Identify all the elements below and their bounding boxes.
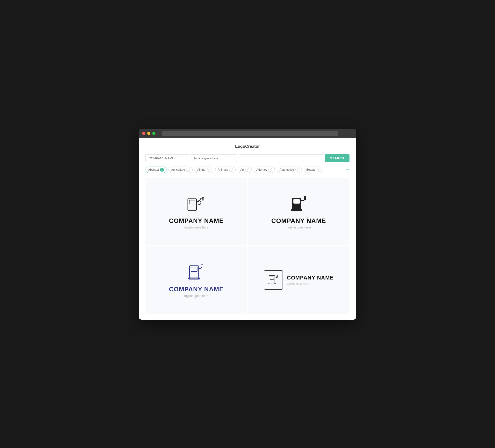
close-button[interactable] [142,132,145,135]
filter-chip-animals[interactable]: Animals [215,167,236,173]
check-icon-abstract: ✓ [160,168,164,172]
svg-rect-7 [191,267,197,271]
filter-chip-airline[interactable]: Airline [194,167,213,173]
logo1-tagline: tagline goes here [184,225,208,229]
filter-label-attorney: Attorney [256,168,267,171]
svg-rect-3 [293,199,300,204]
tagline-input[interactable] [191,154,237,162]
filter-label-agriculture: Agriculture [171,168,185,171]
logo3-company-name: COMPANY NAME [169,286,224,293]
filter-label-airline: Airline [197,168,205,171]
app-content: LogoCreator SEARCH Abstract✓AgricultureA… [139,138,356,320]
svg-rect-1 [189,200,195,204]
svg-rect-11 [270,277,274,280]
logo1-company-name: COMPANY NAME [169,217,224,224]
search-button[interactable]: SEARCH [325,154,349,162]
extra-search-input[interactable] [239,154,323,162]
logo4-boxed-icon [264,270,283,290]
url-bar[interactable] [162,131,338,136]
filter-chip-agriculture[interactable]: Agriculture [168,167,193,173]
filter-label-art: Art [240,168,244,171]
filter-next-arrow[interactable]: → [345,167,349,172]
check-icon-attorney [268,168,272,172]
maximize-button[interactable] [152,132,155,135]
check-icon-beauty [317,168,320,172]
app-window: LogoCreator SEARCH Abstract✓AgricultureA… [139,129,356,320]
search-bar: SEARCH [146,154,349,162]
filter-label-animals: Animals [218,168,228,171]
logo4-tagline: tagline goes here [287,282,333,285]
filter-chip-abstract[interactable]: Abstract✓ [146,167,166,173]
logo-grid: COMPANY NAME tagline goes here COM [146,178,349,314]
logo-card-1[interactable]: COMPANY NAME tagline goes here [146,178,247,245]
minimize-button[interactable] [147,132,150,135]
svg-rect-4 [304,196,306,200]
check-icon-automotive [295,168,299,172]
logo-card-3[interactable]: COMPANY NAME tagline goes here [146,246,247,314]
logo-icon-1 [185,194,207,213]
logo4-text-group: COMPANY NAME tagline goes here [287,275,333,285]
company-name-input[interactable] [146,154,189,162]
logo4-company-name: COMPANY NAME [287,275,333,281]
check-icon-agriculture [186,168,190,172]
logo-icon-3 [187,262,206,282]
filter-bar: Abstract✓AgricultureAirlineAnimalsArtAtt… [146,167,349,173]
filter-label-abstract: Abstract [148,168,159,171]
logo-card-4[interactable]: COMPANY NAME tagline goes here [248,246,350,314]
filter-label-beauty: Beauty [306,168,316,171]
filter-chip-beauty[interactable]: Beauty [304,167,323,173]
logo3-tagline: tagline goes here [184,294,208,298]
logo-icon-2 [289,194,308,213]
logo2-tagline: tagline goes here [287,225,311,229]
check-icon-art [245,168,249,172]
app-title: LogoCreator [146,144,349,149]
filter-chip-attorney[interactable]: Attorney [254,167,275,173]
check-icon-animals [229,168,233,172]
filter-chip-art[interactable]: Art [238,167,252,173]
logo-card-2[interactable]: COMPANY NAME tagline goes here [248,178,350,245]
logo-icon-4 [267,274,280,286]
filter-chip-automotive[interactable]: Automotive [277,167,302,173]
logo2-company-name: COMPANY NAME [271,217,326,224]
svg-rect-5 [291,209,302,211]
titlebar [139,129,356,138]
check-icon-airline [207,168,210,172]
filter-label-automotive: Automotive [279,168,294,171]
